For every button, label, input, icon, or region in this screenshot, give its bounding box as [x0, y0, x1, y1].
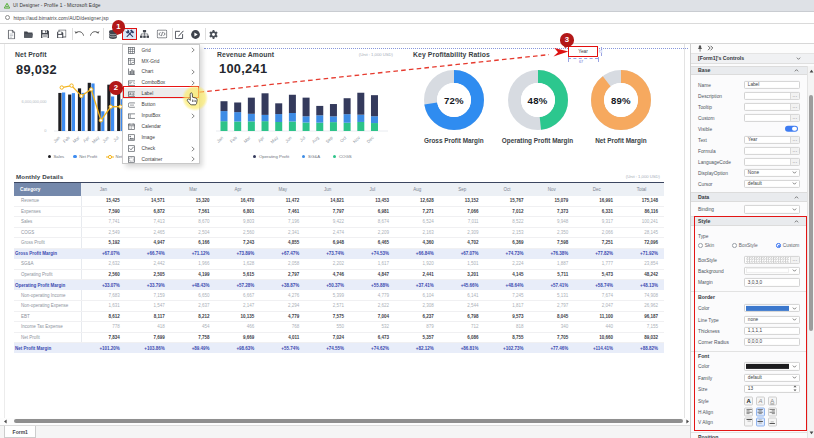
script-icon[interactable]	[155, 28, 168, 40]
table-row: Non-operating Income7,6837,1596,6506,667…	[14, 290, 664, 301]
dropdown-arrow-icon[interactable]	[790, 170, 799, 176]
visible-toggle[interactable]	[785, 125, 798, 131]
description-input[interactable]: ...	[744, 91, 800, 99]
property-label: Custom	[698, 115, 715, 120]
scroll-right-arrow[interactable]	[685, 419, 690, 424]
panel-scrollbar-thumb[interactable]	[809, 95, 814, 331]
menu-item-container[interactable]: Container	[123, 154, 199, 165]
ellipsis-button[interactable]: ...	[790, 115, 799, 121]
table-cell: 6,086	[440, 332, 485, 343]
legend-item: Operating Profit	[253, 154, 289, 159]
table-cell: +71.92%	[619, 248, 664, 259]
table-cell: 1,617	[350, 259, 395, 270]
panel-scrollbar[interactable]	[807, 66, 814, 438]
row-label: Net Profit	[14, 332, 81, 343]
tooltip-input[interactable]: ...	[744, 102, 800, 110]
collapse-right-icon[interactable]	[707, 45, 714, 51]
mx-grid-icon	[128, 58, 135, 65]
table-cell: 12,628	[395, 196, 440, 207]
table-row: Operating Profit2,5602,5054,1995,6152,79…	[14, 269, 664, 280]
undo-icon[interactable]	[73, 28, 86, 40]
ellipsis-button[interactable]: ...	[790, 103, 799, 109]
table-cell: 2,308	[395, 301, 440, 312]
pin-icon[interactable]	[697, 45, 703, 52]
ellipsis-button[interactable]: ...	[790, 92, 799, 98]
annotation-box-style	[694, 216, 807, 431]
ellipsis-button[interactable]: ...	[790, 159, 799, 165]
menu-item-inputbox[interactable]: InputBox	[123, 110, 199, 121]
save-icon[interactable]	[39, 28, 52, 40]
sitemap-icon[interactable]	[138, 28, 151, 40]
table-cell: +66.84%	[395, 248, 440, 259]
controls-header[interactable]: [Form1]'s Controls	[691, 54, 814, 65]
text-input[interactable]: Year...	[744, 136, 800, 144]
container-icon	[128, 156, 135, 163]
table-cell: +57.41%	[529, 280, 574, 291]
open-folder-icon[interactable]	[22, 28, 35, 40]
menu-item-mx-grid[interactable]: MX-Grid	[123, 56, 199, 67]
custom-input[interactable]: ...	[744, 114, 800, 122]
designer-canvas[interactable]: Net Profit 89,032 6,000,000,000 0 JanFeb…	[0, 44, 690, 438]
menu-item-image[interactable]: Image	[123, 132, 199, 143]
form-tab[interactable]: Form1	[4, 426, 36, 438]
chevron-up-icon[interactable]	[794, 68, 799, 73]
new-file-icon[interactable]	[5, 28, 18, 40]
table-cell: 2,309	[440, 227, 485, 238]
property-row-custom: Custom...	[691, 112, 807, 123]
menu-item-label: MX-Grid	[142, 59, 160, 64]
redo-icon[interactable]	[88, 28, 101, 40]
dropdown-arrow-icon[interactable]	[790, 206, 799, 212]
table-cell: 1,817	[485, 301, 530, 312]
submenu-arrow-icon	[191, 146, 195, 152]
table-cell: 879	[395, 322, 440, 333]
ellipsis-button[interactable]: ...	[790, 148, 799, 154]
row-label: EBT	[14, 311, 81, 322]
column-header: Category	[14, 182, 81, 196]
button-icon	[128, 101, 135, 108]
netprofit-axis-max: 6,000,000,000	[12, 99, 47, 104]
monthly-unit: (Unit : 1,000 USD)	[570, 174, 660, 179]
save-all-icon[interactable]	[55, 28, 68, 40]
property-label: Visible	[698, 126, 712, 131]
table-cell: 2,637	[171, 301, 216, 312]
table-cell: 5,473	[574, 269, 619, 280]
chevron-up-icon[interactable]	[794, 195, 799, 200]
panel-scroll-up-arrow[interactable]	[808, 67, 814, 75]
table-cell: 2,350	[529, 227, 574, 238]
url-text[interactable]: https://aud.bimatrix.com/AUD/designer.js…	[14, 15, 109, 21]
horizontal-scrollbar-thumb[interactable]	[14, 419, 683, 423]
displayoption-select[interactable]: None	[744, 169, 800, 177]
dropdown-arrow-icon[interactable]	[790, 181, 799, 187]
table-cell: +55.74%	[260, 343, 305, 354]
formula-input[interactable]: ...	[744, 147, 800, 155]
property-row-visible: Visible	[691, 123, 807, 134]
menu-item-check[interactable]: Check	[123, 143, 199, 154]
panel-section-data[interactable]: Data	[691, 192, 807, 202]
menu-item-grid[interactable]: Grid	[123, 45, 199, 56]
compose-icon[interactable]	[173, 28, 186, 40]
panel-section-base[interactable]: Base	[691, 66, 807, 76]
property-row-description: Description...	[691, 90, 807, 101]
scroll-left-arrow[interactable]	[3, 419, 8, 424]
table-cell: 74,908	[619, 290, 664, 301]
horizontal-scrollbar[interactable]	[0, 418, 690, 426]
languagecode-input[interactable]: ...	[744, 158, 800, 166]
menu-item-chart[interactable]: Chart	[123, 66, 199, 77]
table-cell: 8,670	[171, 217, 216, 228]
annotation-step-2: 2	[109, 81, 123, 95]
cursor-select[interactable]: default	[744, 180, 800, 188]
settings-icon[interactable]	[207, 28, 220, 40]
table-cell: 7,705	[529, 332, 574, 343]
panel-scroll-down-arrow[interactable]	[808, 429, 814, 437]
table-cell: 7,797	[305, 206, 350, 217]
menu-item-calendar[interactable]: Calendar	[123, 121, 199, 132]
chevron-down-icon[interactable]	[796, 56, 801, 61]
table-cell: 8,212	[171, 311, 216, 322]
name-input[interactable]: Label	[744, 80, 800, 88]
ellipsis-button[interactable]: ...	[790, 137, 799, 143]
donut-percent: 72%	[437, 83, 471, 117]
run-icon[interactable]	[189, 28, 202, 40]
table-cell: 4,779	[350, 290, 395, 301]
binding-select[interactable]	[744, 205, 800, 213]
table-cell: 2,632	[81, 259, 126, 270]
